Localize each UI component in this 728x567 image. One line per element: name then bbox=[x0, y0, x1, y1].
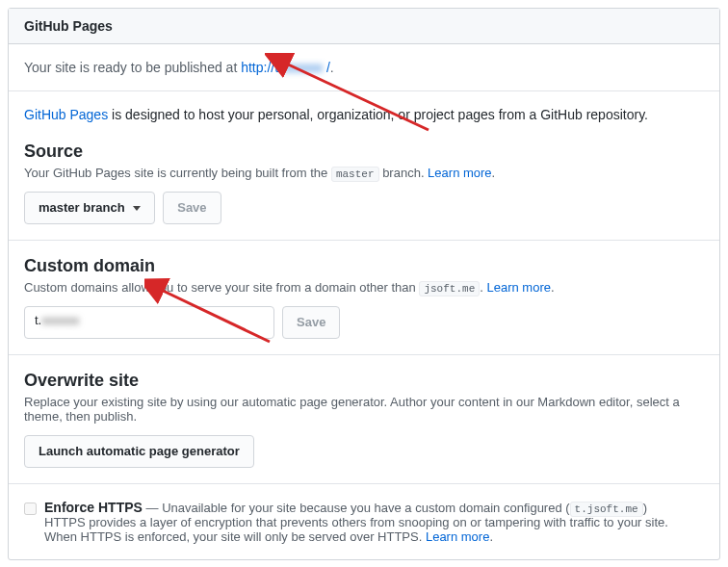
custom-domain-heading: Custom domain bbox=[24, 256, 704, 276]
source-help: Your GitHub Pages site is currently bein… bbox=[24, 166, 704, 180]
launch-generator-button[interactable]: Launch automatic page generator bbox=[24, 435, 254, 468]
panel-header: GitHub Pages bbox=[9, 9, 719, 44]
overwrite-section: Overwrite site Replace your existing sit… bbox=[9, 355, 719, 484]
overwrite-help: Replace your existing site by using our … bbox=[24, 395, 704, 424]
intro-and-source-section: GitHub Pages is designed to host your pe… bbox=[9, 91, 719, 241]
enforce-https-body: Enforce HTTPS — Unavailable for your sit… bbox=[44, 500, 704, 544]
default-domain-code: jsoft.me bbox=[419, 281, 480, 296]
custom-domain-controls: t.xxxxxx Save bbox=[24, 306, 704, 339]
publish-status-text: Your site is ready to be published at bbox=[24, 60, 241, 75]
github-pages-link[interactable]: GitHub Pages bbox=[24, 107, 108, 122]
enforce-https-section: Enforce HTTPS — Unavailable for your sit… bbox=[9, 484, 719, 559]
custom-domain-section: Custom domain Custom domains allow you t… bbox=[9, 241, 719, 355]
publish-url-link[interactable]: http://t.xxxxxx / bbox=[241, 60, 330, 75]
enforce-https-checkbox[interactable] bbox=[24, 503, 37, 515]
panel-title: GitHub Pages bbox=[24, 18, 113, 34]
source-controls: master branch Save bbox=[24, 192, 704, 224]
branch-code: master bbox=[331, 167, 379, 182]
custom-domain-learn-more-link[interactable]: Learn more bbox=[486, 280, 550, 295]
enforce-https-title: Enforce HTTPS bbox=[44, 500, 143, 515]
https-learn-more-link[interactable]: Learn more bbox=[426, 529, 489, 544]
chevron-down-icon bbox=[133, 206, 141, 211]
source-save-button[interactable]: Save bbox=[163, 192, 221, 224]
source-learn-more-link[interactable]: Learn more bbox=[428, 166, 491, 180]
custom-domain-help: Custom domains allow you to serve your s… bbox=[24, 280, 704, 295]
overwrite-heading: Overwrite site bbox=[24, 371, 704, 391]
intro-text: GitHub Pages is designed to host your pe… bbox=[24, 107, 704, 122]
custom-domain-input[interactable]: t.xxxxxx bbox=[24, 306, 274, 339]
source-heading: Source bbox=[24, 142, 704, 162]
publish-status-row: Your site is ready to be published at ht… bbox=[9, 44, 719, 91]
custom-domain-save-button[interactable]: Save bbox=[282, 306, 340, 339]
branch-select-dropdown[interactable]: master branch bbox=[24, 192, 155, 224]
github-pages-panel: GitHub Pages Your site is ready to be pu… bbox=[8, 8, 720, 560]
